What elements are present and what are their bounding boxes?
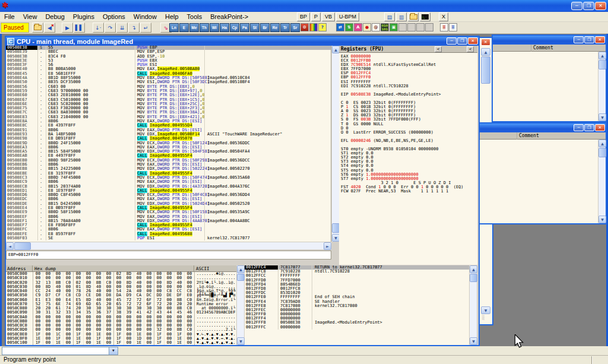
stack-row[interactable]: 0012FFEC00000000: [245, 308, 469, 312]
menu-item-plugins[interactable]: Plugins: [69, 12, 99, 20]
scrollbar-thumb[interactable]: [598, 148, 606, 157]
stack-row[interactable]: 0012FFF000000000: [245, 312, 469, 316]
stack-row[interactable]: 0012FFCCFFFFFFFF: [245, 274, 469, 278]
scroll-down-button[interactable]: ▼: [470, 337, 477, 345]
scroll-left-button[interactable]: ◄: [6, 242, 14, 250]
cpu-window[interactable]: C CPU - main thread, module ImageRed ─ ❐…: [5, 36, 480, 346]
dump-address-header[interactable]: Address: [6, 265, 33, 271]
comment-window-bottom[interactable]: ─ ❐ ✕ Comment ▲ ▼: [479, 122, 607, 224]
bp-button[interactable]: BP: [297, 12, 310, 21]
resize-grip[interactable]: ░: [482, 315, 484, 320]
pane-button-re[interactable]: Re: [270, 23, 280, 32]
notepad-icon[interactable]: ▤: [384, 12, 395, 21]
menu-item-debug[interactable]: Debug: [41, 12, 68, 20]
blank-button[interactable]: [425, 23, 433, 31]
scroll-up-button[interactable]: ▲: [470, 265, 477, 273]
blank-button[interactable]: [407, 23, 416, 31]
stack-row[interactable]: 0012FFE87C817080kernel32.7C817080: [245, 304, 469, 308]
pane-button-tr[interactable]: Tr: [280, 23, 290, 32]
disasm-row[interactable]: 00508E3B.83C4 F0ADD ESP,-10: [6, 55, 331, 59]
run-button[interactable]: ▶: [62, 23, 73, 33]
stack-row[interactable]: 0012FFD80012FFC8: [245, 287, 469, 291]
menu-item-view[interactable]: View: [19, 12, 42, 20]
scroll-down-button[interactable]: ▼: [598, 216, 606, 223]
dump-pane[interactable]: Address Hex dump ASCII 0050C000000000000…: [6, 265, 236, 345]
scroll-down-button[interactable]: ▼: [481, 306, 490, 314]
info-pane[interactable]: EBP=0012FFF0: [6, 251, 331, 259]
menu-item-breakpoint[interactable]: BreakPoint->: [206, 12, 252, 20]
scrollbar[interactable]: ▲ ▼: [598, 52, 606, 121]
column-header[interactable]: Comment: [480, 132, 606, 140]
document-icon[interactable]: ▥: [396, 12, 407, 21]
pane-button-me[interactable]: Me: [189, 23, 199, 32]
column-header[interactable]: Comment: [493, 45, 606, 52]
pause-button[interactable]: ▌▌: [74, 23, 85, 33]
stack-row[interactable]: 0012FFC47C817077RETURN to kernel32.7C817…: [245, 265, 469, 270]
help-icon[interactable]: ?: [318, 23, 327, 31]
folder-icon[interactable]: [408, 12, 419, 21]
pane-button-sr[interactable]: Sr: [290, 23, 300, 32]
minimize-button[interactable]: ─: [574, 36, 584, 43]
list-red-icon[interactable]: ≣: [440, 23, 448, 31]
register-line[interactable]: T 0 GS 0000 NULL: [341, 122, 477, 126]
pane-button-ha[interactable]: Ha: [220, 23, 229, 32]
disasm-row[interactable]: 00508EFE.E8 8597F8FFCALL ImageRed.004956…: [6, 232, 331, 236]
step-into-button[interactable]: ↓·: [93, 23, 104, 33]
scroll-right-button[interactable]: ►: [324, 242, 331, 250]
list-blue-icon[interactable]: ≣: [449, 23, 457, 31]
pane-button-br[interactable]: Br: [260, 23, 270, 32]
registers-next-button[interactable]: <: [467, 46, 474, 52]
registers-pane[interactable]: Registers (FPU) < < EAX 00000000ECX 0012…: [339, 46, 477, 265]
comment-list-body[interactable]: [493, 52, 598, 121]
record-dot-icon[interactable]: ●: [363, 23, 371, 31]
stack-row[interactable]: 0012FFD07FFD7000: [245, 278, 469, 283]
registers-body[interactable]: EAX 00000000ECX 0012FFB0EDX 7C90E514 ntd…: [339, 53, 477, 194]
updown-arrows-icon[interactable]: ⇅: [345, 23, 353, 31]
stack-row[interactable]: 0012FFFC00000000: [245, 325, 469, 330]
vb-button[interactable]: VB: [322, 12, 335, 21]
registers-prev-button[interactable]: <: [435, 46, 442, 52]
console-icon[interactable]: ›_: [420, 12, 430, 21]
swap-arrows-icon[interactable]: ⇄: [336, 23, 344, 31]
stack-pane[interactable]: 0012FFC47C817077RETURN to kernel32.7C817…: [245, 265, 469, 345]
trace-into-button[interactable]: ⇊: [116, 23, 128, 33]
appearance-colors-icon[interactable]: [309, 23, 318, 31]
menu-close-button[interactable]: X: [439, 12, 448, 21]
stack-row[interactable]: 0012FFE0FFFFFFFFEnd of SEH chain: [245, 295, 469, 299]
menu-item-tools[interactable]: Tools: [183, 12, 207, 20]
binary-icon[interactable]: 010101: [381, 23, 389, 31]
trace-over-button[interactable]: ↴: [128, 23, 140, 33]
stack-row[interactable]: 0012FFD48054B6ED: [245, 283, 469, 287]
register-line[interactable]: EDI 7C910228 ntdll.7C910228: [341, 84, 477, 88]
scroll-down-button[interactable]: ▼: [237, 337, 245, 345]
restore-button[interactable]: ❐: [457, 37, 467, 45]
menu-item-options[interactable]: Options: [99, 12, 129, 20]
scroll-up-button[interactable]: ▲: [598, 52, 606, 59]
ubpm-button[interactable]: U-BPM: [336, 12, 359, 21]
pane-button-st[interactable]: St: [250, 23, 259, 32]
menu-item-window[interactable]: Window: [129, 12, 161, 20]
maximize-button[interactable]: ❐: [584, 124, 594, 131]
scrollbar-thumb[interactable]: [481, 56, 490, 84]
window-titlebar[interactable]: ─ ❐ ✕: [480, 124, 606, 132]
restore-button[interactable]: ❐: [583, 2, 594, 10]
window-grid-icon[interactable]: ▣: [390, 23, 398, 31]
menu-item-help[interactable]: Help: [161, 12, 183, 20]
close-button[interactable]: ✕: [595, 36, 605, 43]
pane-button-pa[interactable]: Pa: [240, 23, 249, 32]
restart-button[interactable]: ◀✖: [44, 23, 55, 33]
maximize-button[interactable]: ❐: [584, 36, 594, 43]
register-line[interactable]: O 0 LastErr ERROR_SUCCESS (00000000): [341, 131, 477, 135]
scroll-down-button[interactable]: ▼: [598, 113, 606, 121]
pane-button-wi[interactable]: Wi: [210, 23, 219, 32]
letter-a-icon[interactable]: A: [354, 23, 362, 31]
close-button[interactable]: ✕: [595, 2, 606, 10]
register-line[interactable]: EFL 00000246 (NO,NB,E,BE,NS,PE,GE,LE): [341, 139, 477, 143]
scrollbar-thumb[interactable]: [598, 60, 606, 69]
dump-hex-header[interactable]: Hex dump: [33, 265, 194, 271]
scrollbar[interactable]: ▲ ▼: [598, 140, 606, 223]
dump-row[interactable]: 0050C1001F001E001F001E001F001E001F001E00…: [6, 341, 236, 345]
open-file-button[interactable]: [32, 23, 43, 33]
window-titlebar[interactable]: ─ ❐ ✕: [493, 36, 606, 45]
scroll-up-button[interactable]: ▲: [237, 265, 245, 273]
